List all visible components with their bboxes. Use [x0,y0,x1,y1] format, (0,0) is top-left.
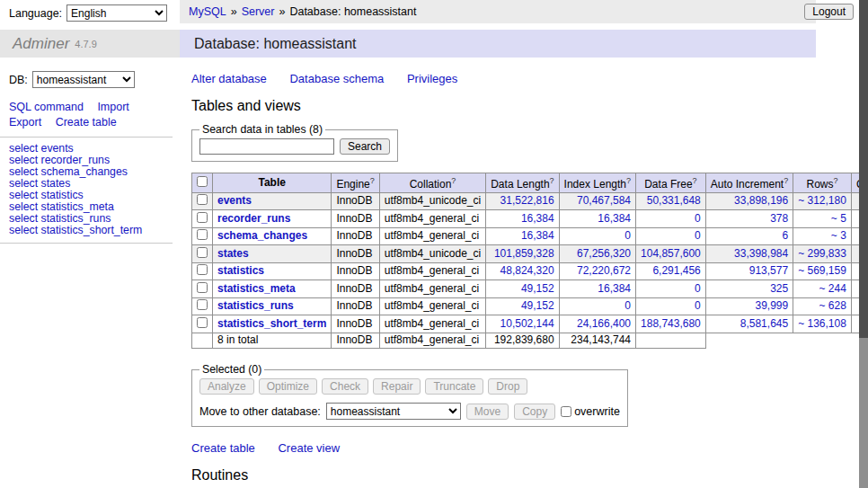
table-name-link[interactable]: recorder_runs [217,212,290,225]
create-table-link[interactable]: Create table [56,116,117,129]
create-view-link[interactable]: Create view [278,441,340,455]
data-length-link[interactable]: 101,859,328 [494,247,554,260]
help-marker[interactable]: ? [451,176,456,185]
auto-increment-link[interactable]: 325 [770,282,788,295]
row-checkbox[interactable] [197,282,208,293]
auto-increment-link[interactable]: 8,581,645 [740,317,788,330]
vertical-scrollbar[interactable] [859,0,868,488]
db-select[interactable]: homeassistant [32,71,135,88]
index-length-link[interactable]: 16,384 [598,212,631,225]
help-marker[interactable]: ? [550,176,554,185]
export-link[interactable]: Export [9,116,41,129]
check-button[interactable]: Check [322,378,368,395]
rows-estimate-link[interactable]: ~ 299,833 [798,247,846,260]
repair-button[interactable]: Repair [373,378,421,395]
sidebar-table-link[interactable]: select schema_changes [9,165,128,178]
data-free-link[interactable]: 0 [695,229,701,242]
create-table-link-bottom[interactable]: Create table [191,441,255,455]
help-marker[interactable]: ? [784,176,788,185]
data-free-link[interactable]: 0 [695,212,701,225]
data-length-link[interactable]: 16,384 [521,212,554,225]
index-length-link[interactable]: 24,166,400 [577,317,631,330]
index-length-link[interactable]: 0 [624,229,631,242]
sidebar-table-link[interactable]: select statistics_short_term [9,224,142,236]
sidebar-table-link[interactable]: select statistics_runs [9,212,111,225]
row-checkbox[interactable] [197,194,208,205]
sidebar-table-link[interactable]: select statistics_meta [9,200,114,213]
data-free-link[interactable]: 6,291,456 [652,264,700,277]
data-free-link[interactable]: 104,857,600 [641,247,701,260]
select-all-checkbox[interactable] [197,176,208,187]
index-length-link[interactable]: 16,384 [598,282,631,295]
row-checkbox[interactable] [197,264,208,275]
sidebar-table-link[interactable]: select statistics [9,189,84,201]
row-checkbox[interactable] [197,299,208,310]
data-length-link[interactable]: 49,152 [521,299,554,312]
data-free-link[interactable]: 0 [695,282,701,295]
search-button[interactable]: Search [340,138,390,155]
sidebar-table-link[interactable]: select events [9,142,74,155]
table-name-link[interactable]: statistics [217,264,264,277]
drop-button[interactable]: Drop [488,378,527,395]
row-checkbox[interactable] [197,229,208,240]
table-name-link[interactable]: statistics_short_term [217,317,326,330]
index-length-link[interactable]: 70,467,584 [577,194,631,207]
logout-button[interactable]: Logout [804,4,854,20]
scrollbar-thumb[interactable] [859,0,868,338]
language-select[interactable]: English [66,4,167,22]
help-marker[interactable]: ? [693,176,697,185]
copy-button[interactable]: Copy [514,404,555,420]
auto-increment-link[interactable]: 6 [782,229,788,242]
auto-increment-link[interactable]: 378 [770,212,788,225]
import-link[interactable]: Import [97,101,128,113]
sql-command-link[interactable]: SQL command [9,101,84,113]
auto-increment-link[interactable]: 913,577 [749,264,788,277]
help-marker[interactable]: ? [626,176,631,185]
rows-estimate-link[interactable]: ~ 312,180 [798,194,846,207]
database-schema-link[interactable]: Database schema [289,72,384,85]
data-length-link[interactable]: 16,384 [521,229,554,242]
app-name[interactable]: Adminer [13,35,69,53]
data-free-link[interactable]: 0 [695,299,701,312]
row-checkbox[interactable] [197,212,208,223]
privileges-link[interactable]: Privileges [407,72,457,85]
data-length-link[interactable]: 10,502,144 [500,317,554,330]
breadcrumb-server-link[interactable]: Server [242,5,275,18]
help-marker[interactable]: ? [834,176,838,185]
move-db-select[interactable]: homeassistant [326,403,461,420]
table-name-link[interactable]: states [217,247,249,260]
row-checkbox[interactable] [197,317,208,328]
table-name-link[interactable]: schema_changes [217,229,307,242]
index-length-link[interactable]: 0 [624,299,631,312]
index-length-link[interactable]: 72,220,672 [577,264,631,277]
row-checkbox[interactable] [197,247,208,258]
rows-estimate-link[interactable]: ~ 136,108 [798,317,846,330]
table-name-link[interactable]: events [217,194,252,207]
data-length-link[interactable]: 49,152 [521,282,554,295]
table-name-link[interactable]: statistics_runs [217,299,294,312]
optimize-button[interactable]: Optimize [259,378,317,395]
overwrite-checkbox[interactable] [561,406,571,417]
rows-estimate-link[interactable]: ~ 3 [831,229,846,242]
rows-estimate-link[interactable]: ~ 628 [819,299,846,312]
move-button[interactable]: Move [466,404,509,420]
auto-increment-link[interactable]: 33,398,984 [734,247,788,260]
breadcrumb-mysql-link[interactable]: MySQL [189,5,226,18]
table-name-link[interactable]: statistics_meta [217,282,296,295]
alter-database-link[interactable]: Alter database [191,72,267,85]
data-length-link[interactable]: 31,522,816 [500,194,554,207]
data-free-link[interactable]: 50,331,648 [647,194,701,207]
search-input[interactable] [199,138,334,155]
analyze-button[interactable]: Analyze [199,378,254,395]
sidebar-table-link[interactable]: select recorder_runs [9,154,110,166]
truncate-button[interactable]: Truncate [425,378,483,395]
auto-increment-link[interactable]: 39,999 [755,299,788,312]
data-length-link[interactable]: 48,824,320 [500,264,554,277]
rows-estimate-link[interactable]: ~ 244 [819,282,846,295]
sidebar-table-link[interactable]: select states [9,177,70,190]
rows-estimate-link[interactable]: ~ 569,159 [798,264,846,277]
auto-increment-link[interactable]: 33,898,196 [734,194,788,207]
rows-estimate-link[interactable]: ~ 5 [831,212,846,225]
help-marker[interactable]: ? [370,176,375,185]
data-free-link[interactable]: 188,743,680 [641,317,701,330]
